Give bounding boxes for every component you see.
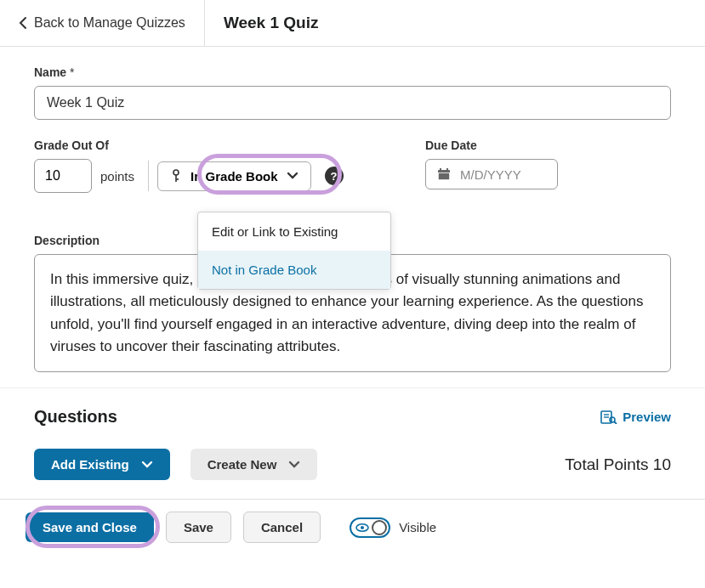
save-button[interactable]: Save	[166, 512, 231, 543]
svg-point-14	[361, 526, 364, 529]
create-new-label: Create New	[208, 457, 277, 472]
add-existing-button[interactable]: Add Existing	[34, 449, 170, 480]
top-bar: Back to Manage Quizzes Week 1 Quiz	[0, 0, 705, 47]
create-new-button[interactable]: Create New	[190, 449, 318, 480]
eye-icon	[355, 520, 370, 535]
back-link[interactable]: Back to Manage Quizzes	[0, 0, 205, 46]
name-input[interactable]	[34, 86, 671, 120]
page-title: Week 1 Quiz	[205, 14, 319, 32]
gradebook-selected: In Grade Book	[190, 169, 278, 184]
due-date-placeholder: M/D/YYYY	[460, 167, 521, 182]
preview-icon	[600, 410, 617, 424]
questions-heading: Questions	[34, 407, 117, 427]
svg-rect-5	[439, 173, 449, 179]
save-and-close-button[interactable]: Save and Close	[26, 512, 154, 542]
cancel-button[interactable]: Cancel	[243, 512, 321, 543]
visibility-label: Visible	[399, 520, 436, 534]
chevron-down-icon	[288, 461, 300, 469]
preview-label: Preview	[623, 410, 671, 424]
svg-line-12	[614, 421, 617, 424]
menu-edit-link[interactable]: Edit or Link to Existing	[198, 212, 390, 251]
back-label: Back to Manage Quizzes	[34, 15, 185, 31]
chevron-down-icon	[287, 172, 298, 180]
grade-label: Grade Out Of	[34, 139, 374, 152]
gradebook-dropdown[interactable]: In Grade Book	[157, 161, 311, 191]
chevron-down-icon	[141, 461, 153, 469]
chevron-left-icon	[19, 16, 27, 30]
add-existing-label: Add Existing	[51, 457, 129, 472]
key-icon	[170, 169, 182, 183]
points-input[interactable]	[34, 159, 92, 193]
form-area: Name * Grade Out Of points In Grade Book…	[0, 47, 705, 387]
visibility-toggle[interactable]	[350, 517, 390, 538]
due-date-label: Due Date	[425, 139, 558, 152]
name-label: Name *	[34, 65, 671, 79]
name-label-text: Name	[34, 65, 66, 79]
toggle-knob	[372, 520, 387, 535]
gradebook-menu: Edit or Link to Existing Not in Grade Bo…	[197, 212, 391, 290]
due-date-input[interactable]: M/D/YYYY	[425, 159, 558, 189]
calendar-icon	[436, 167, 452, 182]
help-icon[interactable]: ?	[325, 167, 344, 185]
svg-rect-7	[446, 168, 448, 171]
svg-point-0	[173, 170, 179, 175]
required-mark: *	[70, 65, 74, 79]
preview-link[interactable]: Preview	[600, 410, 671, 424]
divider	[148, 161, 149, 191]
points-unit: points	[100, 169, 134, 184]
svg-rect-6	[440, 168, 441, 171]
menu-not-in-gradebook[interactable]: Not in Grade Book	[198, 251, 390, 289]
total-points: Total Points 10	[565, 455, 671, 474]
